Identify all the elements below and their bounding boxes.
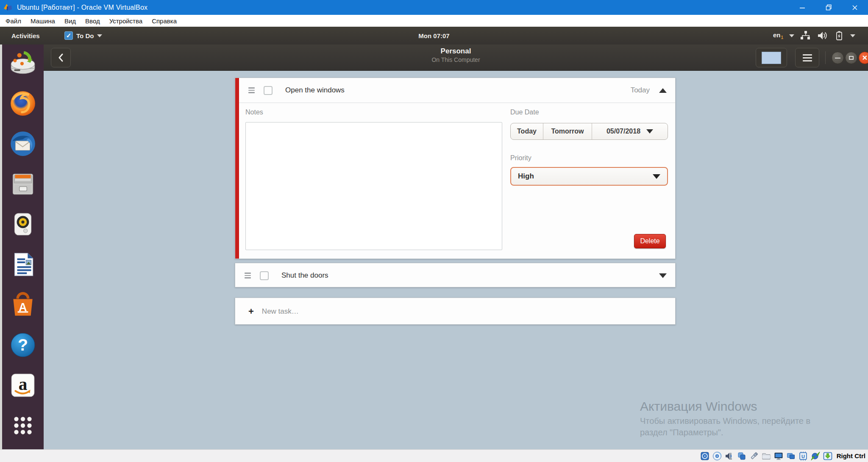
watermark-title: Активация Windows: [640, 399, 810, 414]
window-title: Ubuntu [Работает] - Oracle VM VirtualBox: [17, 4, 147, 11]
priority-dropdown[interactable]: High: [510, 167, 668, 186]
titlebar-controls: [789, 0, 868, 15]
menu-devices[interactable]: Устройства: [105, 15, 147, 27]
screenshot-stage: Ubuntu [Работает] - Oracle VM VirtualBox…: [0, 0, 868, 462]
task-title: Open the windows: [285, 86, 345, 95]
dock-amazon-icon[interactable]: a: [8, 371, 37, 400]
system-menu-chevron-icon[interactable]: [850, 34, 855, 37]
close-icon: ✕: [862, 54, 868, 62]
dock-rhythmbox-icon[interactable]: [8, 210, 37, 239]
hamburger-menu-button[interactable]: [795, 48, 819, 67]
menu-input[interactable]: Ввод: [81, 15, 105, 27]
dock-app-grid-icon[interactable]: [8, 411, 37, 440]
headerbar-separator: [825, 51, 826, 64]
back-button[interactable]: [51, 48, 71, 67]
expand-arrow-icon[interactable]: [659, 273, 667, 278]
app-minimize-button[interactable]: [832, 52, 844, 64]
notes-textarea[interactable]: [245, 122, 502, 250]
dock-ubuntu-software-icon[interactable]: A: [8, 290, 37, 319]
desktop-content: Open the windows Today Notes Due Date To…: [44, 71, 868, 449]
menu-file[interactable]: Файл: [1, 15, 26, 27]
host-key-label: Right Ctrl: [837, 452, 865, 459]
volume-icon[interactable]: [817, 31, 828, 41]
collapse-arrow-icon[interactable]: [659, 88, 667, 93]
network-icon[interactable]: [800, 31, 811, 41]
audio-icon[interactable]: [724, 451, 734, 461]
task-title: Shut the doors: [281, 271, 328, 280]
task-card-expanded: Open the windows Today Notes Due Date To…: [235, 78, 676, 259]
list-title: Personal: [44, 47, 868, 56]
app-close-button[interactable]: ✕: [859, 52, 868, 64]
calendar-dropdown-icon: [646, 129, 653, 134]
priority-color-bar: [235, 78, 239, 259]
watermark-line: Чтобы активировать Windows, перейдите в: [640, 415, 810, 427]
topbar-system-area: en 1: [773, 27, 855, 45]
display-icon[interactable]: [773, 451, 784, 461]
menu-machine[interactable]: Машина: [26, 15, 60, 27]
recording-icon[interactable]: [786, 451, 796, 461]
keyboard-layout-code: en: [773, 31, 781, 39]
due-date-button-group: Today Tomorrow 05/07/2018: [510, 123, 668, 140]
svg-text:?: ?: [18, 336, 28, 354]
headerbar-title-block: Personal On This Computer: [44, 47, 868, 63]
window-close-icon[interactable]: [842, 0, 868, 15]
list-color-swatch: [762, 52, 781, 64]
task-checkbox[interactable]: [264, 86, 273, 95]
virtualization-icon[interactable]: U: [798, 451, 808, 461]
notes-label: Notes: [245, 109, 263, 116]
task-row[interactable]: Shut the doors: [235, 263, 675, 288]
dock-files-icon[interactable]: [8, 170, 37, 198]
new-task-card[interactable]: + New task…: [235, 298, 676, 325]
vbox-menubar: Файл Машина Вид Ввод Устройства Справка: [0, 15, 868, 27]
hard-disks-icon[interactable]: [700, 451, 710, 461]
drag-handle-icon[interactable]: [248, 87, 255, 93]
keyboard-chevron-down-icon[interactable]: [789, 34, 794, 37]
windows-activation-watermark: Активация Windows Чтобы активировать Win…: [640, 399, 810, 438]
due-tomorrow-button[interactable]: Tomorrow: [543, 123, 592, 139]
window-restore-icon[interactable]: [815, 0, 842, 15]
activities-button[interactable]: Activities: [11, 27, 40, 45]
clock[interactable]: Mon 07:07: [0, 27, 868, 45]
vbox-titlebar: Ubuntu [Работает] - Oracle VM VirtualBox: [0, 0, 868, 15]
menu-help[interactable]: Справка: [147, 15, 181, 27]
ubuntu-dock: A ? a: [0, 45, 44, 449]
app-menu-label: To Do: [76, 32, 94, 39]
task-card-collapsed: Shut the doors: [235, 263, 676, 287]
svg-text:a: a: [19, 374, 28, 394]
due-date-picker-button[interactable]: 05/07/2018: [592, 123, 668, 139]
minimize-icon: [835, 58, 840, 58]
shared-folders-icon[interactable]: [761, 451, 771, 461]
priority-value: High: [518, 172, 534, 181]
back-chevron-icon: [57, 53, 65, 62]
dock-software-updater-icon[interactable]: [8, 49, 37, 78]
dock-help-icon[interactable]: ?: [8, 331, 37, 359]
vbox-statusbar: U Right Ctrl: [0, 449, 868, 462]
dock-libreoffice-writer-icon[interactable]: [8, 250, 37, 279]
keyboard-layout-indicator[interactable]: en 1: [773, 31, 783, 40]
app-maximize-button[interactable]: [845, 52, 857, 64]
battery-charging-icon[interactable]: [834, 31, 844, 41]
usb-icon[interactable]: [749, 451, 759, 461]
delete-button[interactable]: Delete: [634, 234, 666, 248]
menu-view[interactable]: Вид: [60, 15, 81, 27]
network-adapters-icon[interactable]: [737, 451, 747, 461]
list-color-button[interactable]: [756, 48, 787, 67]
optical-drives-icon[interactable]: [712, 451, 722, 461]
list-subtitle: On This Computer: [44, 56, 868, 63]
keyboard-status-icon[interactable]: [823, 451, 833, 461]
window-minimize-icon[interactable]: [789, 0, 815, 15]
svg-text:U: U: [801, 454, 805, 459]
due-today-button[interactable]: Today: [511, 123, 543, 139]
new-task-placeholder: New task…: [262, 307, 299, 316]
dock-thunderbird-icon[interactable]: [8, 129, 37, 158]
drag-handle-icon[interactable]: [245, 273, 251, 278]
keyboard-layout-index: 1: [781, 35, 783, 40]
dock-firefox-icon[interactable]: [8, 89, 37, 118]
task-checkbox[interactable]: [260, 271, 269, 280]
task-row[interactable]: Open the windows Today: [239, 78, 675, 103]
maximize-icon: [849, 56, 854, 60]
due-date-value: 05/07/2018: [606, 128, 640, 135]
virtualbox-logo-icon: [3, 3, 13, 12]
app-menu-button[interactable]: ✓ To Do: [64, 27, 102, 45]
mouse-integration-icon[interactable]: [810, 451, 821, 461]
